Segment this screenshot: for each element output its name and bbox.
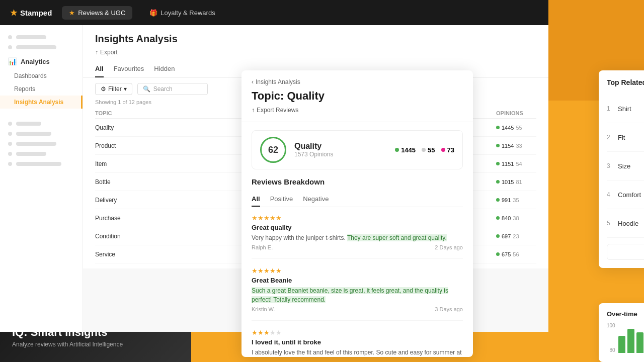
related-num: 1 — [607, 105, 614, 112]
sidebar-skeleton-2 — [0, 43, 83, 51]
review-author: Kristin W. — [252, 306, 275, 312]
reviews-star-icon: ★ — [69, 9, 75, 17]
review-tab-positive[interactable]: Positive — [270, 192, 293, 207]
opinions-cell: 1151 54 — [496, 161, 536, 167]
review-tab-negative[interactable]: Negative — [303, 192, 329, 207]
export-reviews-button[interactable]: ↑ Export Reviews — [252, 107, 463, 114]
export-button[interactable]: ↑ Export — [95, 49, 536, 56]
nav-tab-loyalty-label: Loyalty & Rewards — [160, 9, 215, 17]
export-label: Export — [100, 49, 118, 56]
opinions-count: 991 — [502, 197, 511, 203]
chart-bar — [636, 332, 643, 353]
related-name: Size — [618, 162, 644, 170]
sidebar: 📊 Analytics Dashboards Reports Insights … — [0, 25, 83, 332]
review-stars: ★★★★★ — [252, 214, 463, 222]
review-item: ★★★★★ I loved it, until it broke I absol… — [252, 329, 463, 357]
related-topic-item[interactable]: 1 Shirt 59 1255 ⋯ — [607, 95, 644, 123]
sidebar-item-dashboards[interactable]: Dashboards — [0, 69, 83, 82]
quality-info: Quality 1573 Opinions — [294, 142, 333, 158]
reviews-section: Reviews Breakdown All Positive Negative … — [242, 177, 473, 357]
opinions-cell: 1445 55 — [496, 125, 536, 131]
stat-neutral: 55 — [422, 146, 435, 154]
tab-all[interactable]: All — [95, 61, 104, 77]
filter-chevron-icon: ▾ — [124, 85, 127, 93]
export-reviews-label: Export Reviews — [257, 107, 298, 114]
review-meta: Kristin W. 3 Days ago — [252, 306, 463, 312]
opinions-cell: 840 38 — [496, 215, 536, 221]
opinions-dot-icon — [496, 252, 500, 256]
opinions-count: 1015 — [502, 179, 514, 185]
review-item: ★★★★★ Great Beanie Such a great Beaniet … — [252, 267, 463, 321]
related-num: 3 — [607, 162, 614, 169]
review-text: I absolutely love the fit and feel of th… — [252, 348, 463, 357]
review-author: Ralph E. — [252, 244, 273, 250]
opinions-dot-icon — [496, 144, 500, 147]
positive-dot-icon — [395, 148, 399, 152]
overtime-title: Over-time — [607, 310, 644, 318]
th-opinions: Opinions — [496, 110, 536, 116]
related-num: 4 — [607, 191, 614, 198]
opinions-dot-icon — [496, 126, 500, 129]
chart-bar — [627, 329, 634, 353]
view-all-button[interactable]: View All — [607, 244, 644, 260]
back-link[interactable]: ‹ Insights Analysis — [252, 78, 463, 85]
opinions-extra: 23 — [513, 233, 519, 239]
opinions-count: 675 — [502, 251, 511, 257]
review-highlight: They are super soft and great quality. — [347, 234, 447, 241]
opinions-dot-icon — [496, 216, 500, 220]
opinions-count: 1445 — [502, 125, 514, 131]
related-topic-item[interactable]: 4 Comfort 45 1094 ⋯ — [607, 180, 644, 209]
quality-card: 62 Quality 1573 Opinions 1445 55 73 — [252, 130, 463, 169]
search-field[interactable]: 🔍 Search — [137, 83, 208, 95]
brand-star-icon: ★ — [10, 8, 17, 18]
sidebar-item-reports[interactable]: Reports — [0, 82, 83, 96]
review-title: Great quality — [252, 224, 463, 231]
quality-stats: 1445 55 73 — [395, 146, 454, 154]
topic-panel-header: ‹ Insights Analysis Topic: Quality ↑ Exp… — [242, 70, 473, 122]
promo-subtitle: Analyze reviews with Artificial Intellig… — [12, 341, 123, 348]
gift-icon: 🎁 — [149, 9, 157, 17]
positive-count: 1445 — [401, 146, 416, 154]
page-title: Insights Analysis — [95, 33, 536, 45]
tab-favourites[interactable]: Favourites — [114, 61, 144, 77]
review-highlight: Such a great Beaniet beanie, size is gre… — [252, 287, 448, 303]
opinions-extra: 55 — [516, 125, 522, 131]
opinions-extra: 33 — [516, 143, 522, 149]
related-topics-list: 1 Shirt 59 1255 ⋯ 2 Fit 61 1222 ⋯ 3 Size… — [607, 95, 644, 238]
stat-positive: 1445 — [395, 146, 416, 154]
brand-name: Stamped — [20, 9, 52, 17]
search-icon: 🔍 — [143, 85, 150, 93]
nav-tab-reviews-label: Reviews & UGC — [78, 9, 125, 17]
overtime-panel: Over-time 100 80 — [599, 303, 644, 362]
opinions-count: 840 — [502, 215, 511, 221]
topic-panel: ‹ Insights Analysis Topic: Quality ↑ Exp… — [242, 70, 473, 357]
export-icon: ↑ — [95, 49, 98, 56]
related-topic-item[interactable]: 2 Fit 61 1222 ⋯ — [607, 123, 644, 152]
related-topic-item[interactable]: 3 Size 46 1162 ⋯ — [607, 152, 644, 180]
top-nav: ★ Stamped ★ Reviews & UGC 🎁 Loyalty & Re… — [0, 0, 548, 25]
analytics-icon: 📊 — [8, 57, 17, 65]
related-num: 5 — [607, 220, 614, 227]
opinions-cell: 675 56 — [496, 251, 536, 257]
nav-tab-reviews[interactable]: ★ Reviews & UGC — [62, 6, 132, 20]
related-num: 2 — [607, 134, 614, 141]
related-topic-item[interactable]: 5 Hoodie 59 1058 ⋯ — [607, 209, 644, 238]
opinions-count: 697 — [502, 233, 511, 239]
tab-hidden[interactable]: Hidden — [154, 61, 175, 77]
related-name: Fit — [618, 134, 644, 141]
opinions-extra: 56 — [513, 251, 519, 257]
review-title: Great Beanie — [252, 277, 463, 284]
nav-tab-loyalty[interactable]: 🎁 Loyalty & Rewards — [142, 6, 222, 20]
review-date: 2 Days ago — [435, 244, 463, 250]
review-stars: ★★★★★ — [252, 329, 463, 336]
reviews-breakdown-title: Reviews Breakdown — [252, 177, 463, 186]
analytics-section: 📊 Analytics — [0, 53, 83, 69]
opinions-cell: 697 23 — [496, 233, 536, 239]
review-tab-all[interactable]: All — [252, 192, 260, 207]
opinions-cell: 991 35 — [496, 197, 536, 203]
sidebar-item-insights[interactable]: Insights Analysis — [0, 96, 83, 109]
filter-label: Filter — [108, 85, 122, 93]
filter-button[interactable]: ⚙ Filter ▾ — [95, 83, 132, 95]
review-text: Very happy with the juniper t-shirts. Th… — [252, 233, 463, 242]
review-text: Such a great Beaniet beanie, size is gre… — [252, 286, 463, 304]
